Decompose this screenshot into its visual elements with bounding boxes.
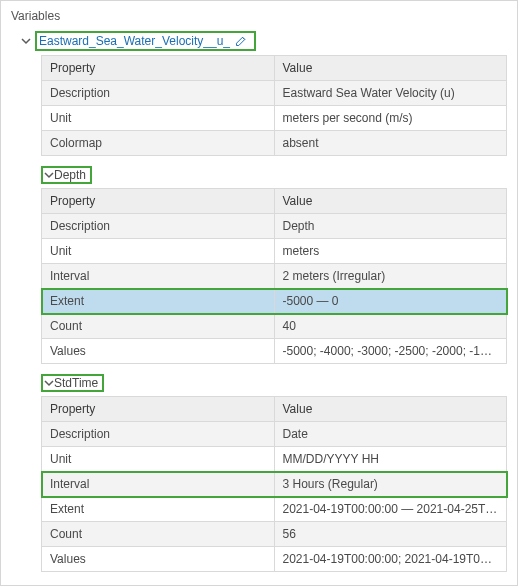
table-header-row: Property Value xyxy=(42,397,507,422)
table-row[interactable]: Unit meters per second (m/s) xyxy=(42,106,507,131)
col-property[interactable]: Property xyxy=(42,56,275,81)
col-value[interactable]: Value xyxy=(274,397,507,422)
col-property[interactable]: Property xyxy=(42,189,275,214)
table-row[interactable]: Unit meters xyxy=(42,239,507,264)
cell-val: 2 meters (Irregular) xyxy=(274,264,507,289)
stdtime-properties-table: Property Value Description Date Unit MM/… xyxy=(41,396,507,572)
table-row[interactable]: Colormap absent xyxy=(42,131,507,156)
cell-val: -5000 — 0 xyxy=(274,289,507,314)
table-row[interactable]: Description Depth xyxy=(42,214,507,239)
table-row[interactable]: Unit MM/DD/YYYY HH xyxy=(42,447,507,472)
table-header-row: Property Value xyxy=(42,56,507,81)
variable-title-highlight: Eastward_Sea_Water_Velocity__u_ xyxy=(35,31,256,51)
table-header-row: Property Value xyxy=(42,189,507,214)
chevron-down-icon xyxy=(44,378,54,388)
table-row[interactable]: Description Date xyxy=(42,422,507,447)
dimension-node-depth: Depth Property Value Description Depth U… xyxy=(41,166,507,364)
cell-val: MM/DD/YYYY HH xyxy=(274,447,507,472)
cell-val: absent xyxy=(274,131,507,156)
stdtime-title-highlight: StdTime xyxy=(41,374,104,392)
cell-key: Interval xyxy=(42,264,275,289)
table-row[interactable]: Extent 2021-04-19T00:00:00 — 2021-04-25T… xyxy=(42,497,507,522)
cell-val: Date xyxy=(274,422,507,447)
chevron-down-icon xyxy=(21,36,31,46)
cell-key: Values xyxy=(42,339,275,364)
cell-val: -5000; -4000; -3000; -2500; -2000; -1500… xyxy=(274,339,507,364)
cell-val: Eastward Sea Water Velocity (u) xyxy=(274,81,507,106)
cell-key: Description xyxy=(42,214,275,239)
cell-key: Colormap xyxy=(42,131,275,156)
cell-val: Depth xyxy=(274,214,507,239)
cell-key: Unit xyxy=(42,106,275,131)
table-row-interval-highlight[interactable]: Interval 3 Hours (Regular) xyxy=(42,472,507,497)
cell-key: Description xyxy=(42,422,275,447)
variables-panel: Variables Eastward_Sea_Water_Velocity__u… xyxy=(0,0,518,586)
cell-val: meters xyxy=(274,239,507,264)
table-row[interactable]: Interval 2 meters (Irregular) xyxy=(42,264,507,289)
cell-key: Unit xyxy=(42,239,275,264)
cell-key: Values xyxy=(42,547,275,572)
col-value[interactable]: Value xyxy=(274,189,507,214)
depth-properties-table: Property Value Description Depth Unit me… xyxy=(41,188,507,364)
cell-val: 40 xyxy=(274,314,507,339)
cell-key: Description xyxy=(42,81,275,106)
variable-node-eastward: Eastward_Sea_Water_Velocity__u_ Property… xyxy=(21,31,507,572)
depth-title-highlight: Depth xyxy=(41,166,92,184)
dimension-node-stdtime: StdTime Property Value Description Date … xyxy=(41,374,507,572)
cell-key: Count xyxy=(42,314,275,339)
table-row[interactable]: Count 56 xyxy=(42,522,507,547)
panel-title: Variables xyxy=(11,7,507,31)
cell-key: Extent xyxy=(42,289,275,314)
table-row[interactable]: Values 2021-04-19T00:00:00; 2021-04-19T0… xyxy=(42,547,507,572)
table-row[interactable]: Values -5000; -4000; -3000; -2500; -2000… xyxy=(42,339,507,364)
cell-val: 2021-04-19T00:00:00; 2021-04-19T03:00:00… xyxy=(274,547,507,572)
table-row-extent-highlight[interactable]: Extent -5000 — 0 xyxy=(42,289,507,314)
pencil-icon[interactable] xyxy=(234,34,248,48)
dimension-header[interactable]: StdTime xyxy=(41,374,507,392)
table-row[interactable]: Description Eastward Sea Water Velocity … xyxy=(42,81,507,106)
dimension-title: Depth xyxy=(54,168,86,182)
col-value[interactable]: Value xyxy=(274,56,507,81)
variable-header[interactable]: Eastward_Sea_Water_Velocity__u_ xyxy=(21,31,507,51)
dimension-header[interactable]: Depth xyxy=(41,166,507,184)
variable-title[interactable]: Eastward_Sea_Water_Velocity__u_ xyxy=(39,34,230,48)
cell-key: Unit xyxy=(42,447,275,472)
table-row[interactable]: Count 40 xyxy=(42,314,507,339)
cell-val: 56 xyxy=(274,522,507,547)
variable-properties-table: Property Value Description Eastward Sea … xyxy=(41,55,507,156)
cell-key: Count xyxy=(42,522,275,547)
cell-val: 2021-04-19T00:00:00 — 2021-04-25T21:00:0… xyxy=(274,497,507,522)
col-property[interactable]: Property xyxy=(42,397,275,422)
cell-key: Extent xyxy=(42,497,275,522)
dimension-title: StdTime xyxy=(54,376,98,390)
chevron-down-icon xyxy=(44,170,54,180)
cell-key: Interval xyxy=(42,472,275,497)
cell-val: 3 Hours (Regular) xyxy=(274,472,507,497)
cell-val: meters per second (m/s) xyxy=(274,106,507,131)
